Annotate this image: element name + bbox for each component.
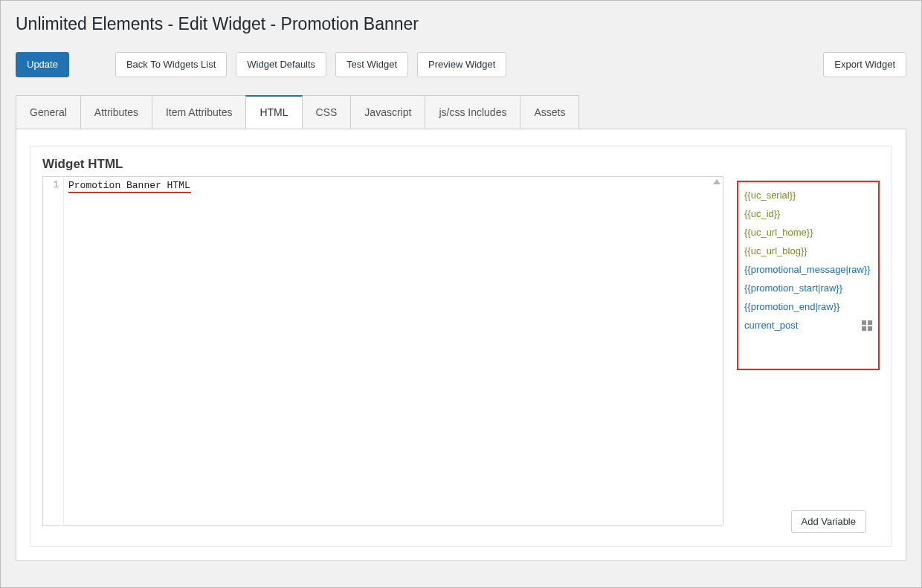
test-widget-button[interactable]: Test Widget — [335, 52, 408, 77]
var-uc-id[interactable]: {{uc_id}} — [744, 208, 872, 219]
scroll-up-icon[interactable] — [713, 179, 720, 184]
tab-general[interactable]: General — [16, 95, 81, 129]
code-editor[interactable]: 1 Promotion Banner HTML — [42, 176, 723, 526]
tab-item-attributes[interactable]: Item Attributes — [152, 95, 246, 129]
var-uc-url-home[interactable]: {{uc_url_home}} — [744, 227, 872, 238]
app-frame: Unlimited Elements - Edit Widget - Promo… — [0, 0, 922, 588]
tab-attributes[interactable]: Attributes — [80, 95, 152, 129]
grid-icon[interactable] — [862, 320, 872, 331]
tab-panel: Widget HTML 1 Promotion Banner HTML {{uc… — [16, 129, 906, 561]
variables-panel: {{uc_serial}} {{uc_id}} {{uc_url_home}} … — [737, 176, 880, 526]
update-button[interactable]: Update — [16, 52, 69, 77]
back-to-widgets-button[interactable]: Back To Widgets List — [115, 52, 227, 77]
var-promotion-end[interactable]: {{promotion_end|raw}} — [744, 301, 872, 312]
variables-box: {{uc_serial}} {{uc_id}} {{uc_url_home}} … — [737, 181, 880, 370]
var-current-post-row: current_post — [744, 320, 872, 331]
var-promotional-message[interactable]: {{promotional_message|raw}} — [744, 264, 872, 275]
widget-html-title: Widget HTML — [42, 157, 880, 172]
var-uc-serial[interactable]: {{uc_serial}} — [744, 190, 872, 201]
tab-css[interactable]: CSS — [302, 95, 352, 129]
widget-defaults-button[interactable]: Widget Defaults — [236, 52, 326, 77]
editor-gutter: 1 — [43, 177, 64, 525]
preview-widget-button[interactable]: Preview Widget — [417, 52, 506, 77]
tabs: General Attributes Item Attributes HTML … — [16, 95, 906, 129]
tab-includes[interactable]: js/css Includes — [425, 95, 520, 129]
tab-html[interactable]: HTML — [245, 95, 302, 129]
gutter-line-1: 1 — [43, 180, 59, 190]
add-variable-button[interactable]: Add Variable — [791, 510, 866, 533]
widget-html-panel: Widget HTML 1 Promotion Banner HTML {{uc… — [30, 146, 892, 547]
var-uc-url-blog[interactable]: {{uc_url_blog}} — [744, 245, 872, 256]
code-line-1: Promotion Banner HTML — [68, 180, 718, 191]
editor-row: 1 Promotion Banner HTML {{uc_serial}} {{… — [42, 176, 880, 526]
var-promotion-start[interactable]: {{promotion_start|raw}} — [744, 282, 872, 294]
var-current-post[interactable]: current_post — [744, 320, 798, 331]
code-area[interactable]: Promotion Banner HTML — [64, 177, 723, 525]
page-title: Unlimited Elements - Edit Widget - Promo… — [1, 1, 921, 42]
tab-assets[interactable]: Assets — [520, 95, 579, 129]
annotation-underline — [68, 190, 191, 193]
toolbar: Update Back To Widgets List Widget Defau… — [1, 42, 921, 95]
tab-javascript[interactable]: Javascript — [350, 95, 425, 129]
export-widget-button[interactable]: Export Widget — [823, 52, 906, 77]
